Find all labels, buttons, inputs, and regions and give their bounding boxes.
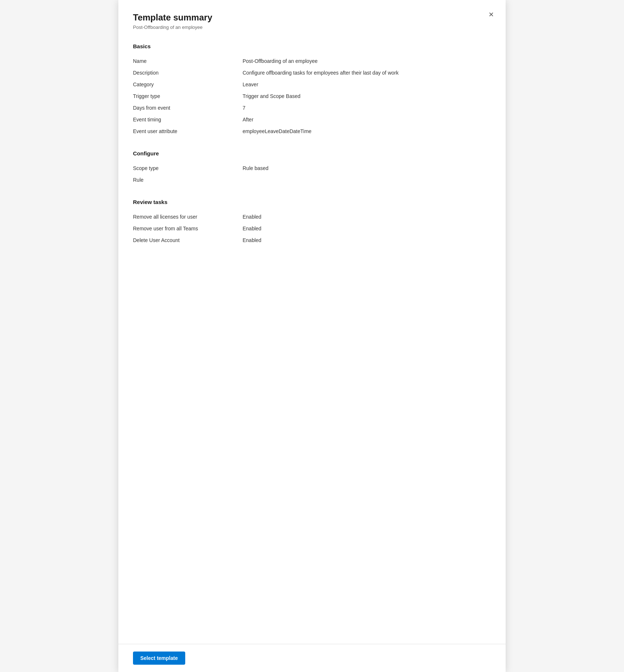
close-icon: ✕ xyxy=(488,11,494,19)
field-row-remove-licenses: Remove all licenses for user Enabled xyxy=(133,211,491,223)
field-label-event-user-attribute: Event user attribute xyxy=(133,128,243,134)
field-label-trigger-type: Trigger type xyxy=(133,93,243,99)
field-row-scope-type: Scope type Rule based xyxy=(133,162,491,174)
field-value-delete-account: Enabled xyxy=(243,237,491,243)
field-value-category: Leaver xyxy=(243,82,491,87)
field-label-remove-licenses: Remove all licenses for user xyxy=(133,214,243,220)
field-row-trigger-type: Trigger type Trigger and Scope Based xyxy=(133,90,491,102)
field-value-days-from-event: 7 xyxy=(243,105,491,111)
field-label-category: Category xyxy=(133,82,243,87)
configure-section-title: Configure xyxy=(133,150,491,156)
modal-content: Template summary Post-Offboarding of an … xyxy=(118,0,506,672)
configure-section: Configure Scope type Rule based Rule xyxy=(133,150,491,186)
modal-panel: Template summary Post-Offboarding of an … xyxy=(118,0,506,672)
field-label-days-from-event: Days from event xyxy=(133,105,243,111)
field-label-rule: Rule xyxy=(133,177,243,183)
field-value-scope-type: Rule based xyxy=(243,165,491,171)
review-tasks-section-title: Review tasks xyxy=(133,199,491,205)
field-row-days-from-event: Days from event 7 xyxy=(133,102,491,114)
field-label-remove-teams: Remove user from all Teams xyxy=(133,226,243,231)
field-label-name: Name xyxy=(133,58,243,64)
select-template-button[interactable]: Select template xyxy=(133,652,185,665)
field-label-event-timing: Event timing xyxy=(133,117,243,122)
modal-footer: Select template xyxy=(118,644,506,672)
field-row-remove-teams: Remove user from all Teams Enabled xyxy=(133,223,491,234)
field-label-delete-account: Delete User Account xyxy=(133,237,243,243)
field-row-delete-account: Delete User Account Enabled xyxy=(133,234,491,246)
field-label-scope-type: Scope type xyxy=(133,165,243,171)
field-row-rule: Rule xyxy=(133,174,491,186)
field-row-name: Name Post-Offboarding of an employee xyxy=(133,55,491,67)
basics-section-title: Basics xyxy=(133,43,491,49)
basics-section: Basics Name Post-Offboarding of an emplo… xyxy=(133,43,491,137)
modal-header: Template summary Post-Offboarding of an … xyxy=(133,12,491,30)
field-row-event-timing: Event timing After xyxy=(133,114,491,125)
field-row-category: Category Leaver xyxy=(133,79,491,90)
field-row-event-user-attribute: Event user attribute employeeLeaveDateDa… xyxy=(133,125,491,137)
field-value-event-user-attribute: employeeLeaveDateDateTime xyxy=(243,128,491,134)
field-value-description: Configure offboarding tasks for employee… xyxy=(243,70,491,76)
close-button[interactable]: ✕ xyxy=(485,9,497,20)
field-value-remove-teams: Enabled xyxy=(243,226,491,231)
field-value-name: Post-Offboarding of an employee xyxy=(243,58,491,64)
field-label-description: Description xyxy=(133,70,243,76)
modal-title: Template summary xyxy=(133,12,491,23)
field-row-description: Description Configure offboarding tasks … xyxy=(133,67,491,79)
field-value-event-timing: After xyxy=(243,117,491,122)
review-tasks-section: Review tasks Remove all licenses for use… xyxy=(133,199,491,246)
field-value-remove-licenses: Enabled xyxy=(243,214,491,220)
modal-subtitle: Post-Offboarding of an employee xyxy=(133,24,491,30)
field-value-trigger-type: Trigger and Scope Based xyxy=(243,93,491,99)
